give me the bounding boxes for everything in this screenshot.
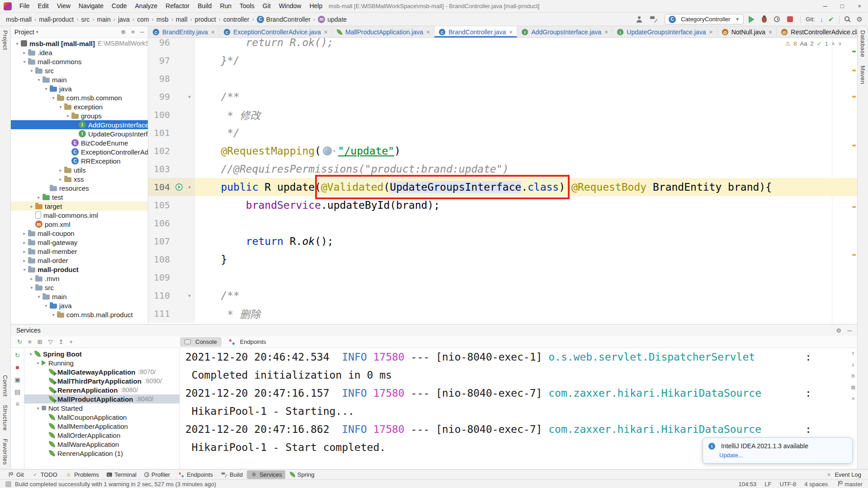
code-line[interactable]: 97 }*/: [148, 52, 857, 70]
close-icon[interactable]: ×: [426, 28, 430, 36]
editor-tab[interactable]: NotNull.java×: [717, 26, 777, 38]
stop-button[interactable]: [787, 16, 793, 22]
tree-item[interactable]: RRException: [11, 156, 148, 165]
view-tab-console[interactable]: Console: [180, 337, 222, 347]
tree-item[interactable]: ▾com.msb.common: [11, 93, 148, 102]
tree-item[interactable]: MallOrderApplication: [24, 431, 179, 440]
editor-tab[interactable]: BrandEntity.java×: [148, 26, 219, 38]
hide-panel-icon[interactable]: ─: [140, 28, 144, 35]
tool-window-button-todo[interactable]: TODO: [28, 470, 61, 479]
code-line[interactable]: 109: [148, 268, 857, 286]
chevron-closed-icon[interactable]: ▸: [28, 204, 35, 209]
breadcrumb-item[interactable]: msb: [156, 16, 169, 23]
editor-tab[interactable]: AddGroupsInterface.java×: [517, 26, 613, 38]
chevron-open-icon[interactable]: ▾: [50, 312, 57, 317]
code-line[interactable]: 99▾ /**: [148, 88, 857, 106]
tree-item[interactable]: ▾mall-product: [11, 265, 148, 274]
tree-item[interactable]: ▾Running: [24, 358, 179, 367]
tree-item[interactable]: AddGroupsInterface: [11, 120, 148, 129]
code-line[interactable]: 110▾ /**: [148, 286, 857, 305]
chevron-open-icon[interactable]: ▾: [50, 95, 57, 100]
tree-item[interactable]: ▸mall-coupon: [11, 229, 148, 238]
menu-tools[interactable]: Tools: [236, 0, 259, 12]
editor-tab[interactable]: RestControllerAdvice.class×: [777, 26, 857, 38]
status-item[interactable]: UTF-8: [779, 481, 796, 488]
breadcrumb-item[interactable]: msb-mall: [5, 16, 32, 23]
scroll-up-icon[interactable]: ↑: [851, 350, 855, 357]
menu-navigate[interactable]: Navigate: [75, 0, 108, 12]
fold-icon[interactable]: ▾: [184, 94, 194, 100]
tool-button-favorites[interactable]: Favorites: [2, 435, 9, 469]
chevron-closed-icon[interactable]: ▸: [21, 249, 28, 254]
tree-item[interactable]: ▸utils: [11, 165, 148, 174]
tool-button-project[interactable]: Project: [2, 26, 9, 54]
menu-code[interactable]: Code: [108, 0, 131, 12]
editor-scrollbar[interactable]: [852, 38, 857, 324]
tool-window-button-profiler[interactable]: Profiler: [141, 470, 173, 479]
tree-item[interactable]: UpdateGroupsInterface: [11, 129, 148, 138]
collapse-all-icon[interactable]: ≡: [131, 28, 135, 35]
tree-item[interactable]: MallProductApplication:8040/: [24, 394, 179, 404]
chevron-open-icon[interactable]: ▾: [35, 77, 42, 82]
breadcrumb-item[interactable]: java: [118, 16, 130, 23]
code-line[interactable]: 103 //@RequiresPermissions("product:bran…: [148, 160, 857, 178]
breadcrumb-item[interactable]: update: [317, 16, 347, 23]
tree-item[interactable]: ▾main: [11, 292, 148, 301]
scroll-to-source-icon[interactable]: ↥: [58, 338, 63, 345]
status-item[interactable]: LF: [764, 481, 771, 488]
chevron-closed-icon[interactable]: ▸: [21, 50, 28, 55]
tree-item[interactable]: ▾mall-commons: [11, 57, 148, 66]
menu-run[interactable]: Run: [216, 0, 236, 12]
collapse-all-icon[interactable]: ≡: [28, 338, 32, 345]
tool-window-button-event-log[interactable]: Event Log: [822, 470, 864, 479]
code-line[interactable]: 101 */: [148, 124, 857, 142]
code-line[interactable]: 108 }: [148, 250, 857, 268]
tree-item[interactable]: MallThirdPartyApplication:8090/: [24, 376, 179, 385]
tree-item[interactable]: ExceptionControllerAdvice: [11, 147, 148, 156]
code-line[interactable]: 107 return R.ok();: [148, 232, 857, 250]
search-everywhere-icon[interactable]: [844, 16, 849, 21]
services-settings-icon[interactable]: ⚙: [836, 327, 841, 334]
code-line[interactable]: 104▾ public R update(@Validated(UpdateGr…: [148, 178, 857, 196]
tree-item[interactable]: BizCodeEnume: [11, 138, 148, 147]
notification-update-link[interactable]: Update...: [719, 452, 847, 459]
chevron-open-icon[interactable]: ▾: [42, 86, 50, 91]
tool-window-button-problems[interactable]: Problems: [61, 470, 102, 479]
git-commit-button[interactable]: ✔: [828, 16, 834, 23]
tree-item[interactable]: ▾java: [11, 84, 148, 93]
tree-item[interactable]: ▸mall-order: [11, 256, 148, 265]
editor-tab[interactable]: BrandController.java×: [434, 26, 517, 38]
close-icon[interactable]: ×: [211, 28, 215, 36]
fold-icon[interactable]: ▾: [184, 184, 194, 190]
chevron-open-icon[interactable]: ▾: [42, 303, 50, 308]
run-configuration-select[interactable]: CategoryController ▼: [665, 14, 744, 24]
stop-icon[interactable]: ■: [15, 364, 19, 371]
tree-item[interactable]: ▸mall-gateway: [11, 238, 148, 247]
breadcrumb-item[interactable]: product: [194, 16, 217, 23]
thread-dump-icon[interactable]: ▣: [14, 376, 20, 383]
tree-item[interactable]: mall-commons.iml: [11, 211, 148, 220]
rerun-icon[interactable]: ↻: [17, 338, 22, 345]
breadcrumb-item[interactable]: main: [97, 16, 111, 23]
tool-button-maven[interactable]: Maven: [859, 61, 866, 89]
tree-item[interactable]: pom.xml: [11, 220, 148, 229]
inspections-widget[interactable]: ⚠ 8 Aa 2 ✓ 1 ∧ ∨: [785, 40, 842, 47]
tree-item[interactable]: ▾com.msb.mall.product: [11, 310, 148, 319]
chevron-open-icon[interactable]: ▾: [28, 68, 35, 73]
tree-item[interactable]: RenrenApplication:8080/: [24, 385, 179, 394]
chevron-open-icon[interactable]: ▾: [35, 294, 42, 299]
soft-wrap-icon[interactable]: ≡: [851, 372, 855, 379]
menu-window[interactable]: Window: [275, 0, 306, 12]
fold-icon[interactable]: ▾: [184, 293, 194, 299]
chevron-closed-icon[interactable]: ▸: [35, 195, 42, 200]
code-line[interactable]: 111 * 删除: [148, 305, 857, 323]
code-line[interactable]: 98: [148, 70, 857, 88]
chevron-open-icon[interactable]: ▾: [28, 285, 35, 290]
chevron-open-icon[interactable]: ▾: [57, 104, 64, 109]
git-branch-widget[interactable]: master: [836, 480, 863, 488]
editor-body[interactable]: 96 return R.ok();97 }*/9899▾ /**100 * 修改…: [148, 38, 857, 324]
tree-item[interactable]: ▾main: [11, 75, 148, 84]
tree-item[interactable]: resources: [11, 183, 148, 192]
tree-item[interactable]: ▸.mvn: [11, 274, 148, 283]
tree-item[interactable]: ▾msb-mall [mall-mall]E:\MSBMallWorkSpace…: [11, 39, 148, 48]
